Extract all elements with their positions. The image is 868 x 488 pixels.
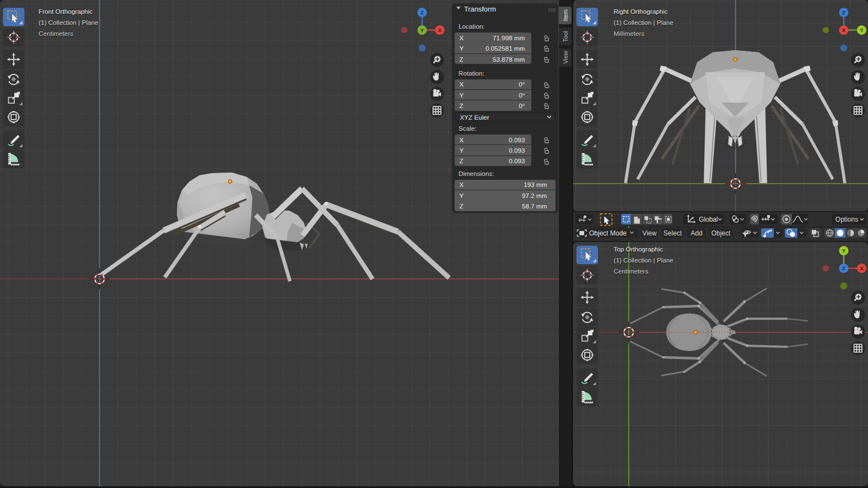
svg-text:Z: Z (842, 9, 845, 15)
svg-text:Y: Y (842, 248, 846, 254)
svg-text:Y: Y (860, 27, 864, 33)
svg-text:(1) Collection | Plane: (1) Collection | Plane (39, 19, 98, 26)
svg-text:Z: Z (842, 265, 845, 271)
svg-text:X: X (438, 27, 442, 33)
svg-text:Top Orthographic: Top Orthographic (614, 245, 664, 253)
svg-text:(1) Collection | Plane: (1) Collection | Plane (614, 256, 673, 264)
svg-text:(1) Collection | Plane: (1) Collection | Plane (614, 19, 673, 26)
svg-text:Right Orthographic: Right Orthographic (614, 8, 668, 15)
svg-text:Centimeters: Centimeters (39, 30, 73, 37)
svg-text:Z: Z (420, 9, 424, 15)
svg-text:Millimeters: Millimeters (614, 30, 645, 37)
svg-text:Y: Y (420, 27, 424, 33)
svg-text:Global: Global (699, 216, 718, 223)
svg-text:X: X (860, 265, 864, 271)
svg-text:Front Orthographic: Front Orthographic (39, 8, 93, 15)
svg-text:Centimeters: Centimeters (614, 267, 649, 275)
svg-text:Object Mode: Object Mode (589, 229, 627, 237)
svg-text:X: X (842, 27, 846, 33)
